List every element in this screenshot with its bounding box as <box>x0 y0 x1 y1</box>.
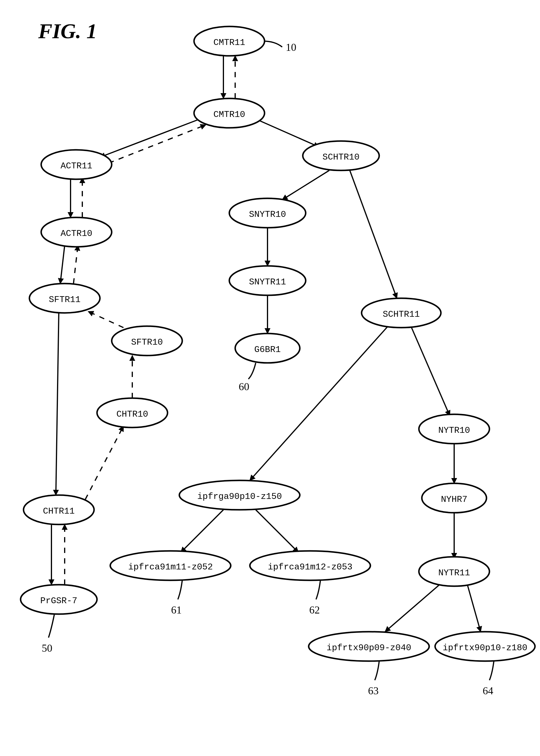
node-snytr11-label: SNYTR11 <box>249 277 286 287</box>
node-z053-label: ipfrca91m12-z053 <box>268 562 352 572</box>
edge-sftr11-chtr11 <box>56 313 59 495</box>
edge-sftr10-sftr11 <box>88 311 123 328</box>
node-nytr11: NYTR11 <box>419 557 489 586</box>
leader-61 <box>178 580 182 599</box>
node-chtr11: CHTR11 <box>24 495 94 524</box>
node-cmtr11: CMTR11 <box>194 27 265 56</box>
ref-60-label: 60 <box>239 381 249 392</box>
edge-schtr11-nytr10 <box>412 328 450 416</box>
leader-50 <box>49 614 55 638</box>
edge-nytr11-z180 <box>468 585 480 632</box>
node-sftr11-label: SFTR11 <box>49 295 80 305</box>
node-snytr11: SNYTR11 <box>229 266 306 295</box>
leader-64 <box>489 661 494 680</box>
node-sftr10-label: SFTR10 <box>131 337 163 347</box>
edge-schtr10-schtr11 <box>350 170 397 298</box>
edge-cmtr10-actr11 <box>100 119 200 157</box>
node-z150: ipfrga90p10-z150 <box>179 481 300 510</box>
node-nytr10-label: NYTR10 <box>438 425 470 435</box>
ref-50-label: 50 <box>42 642 52 654</box>
node-actr11-label: ACTR11 <box>61 161 92 171</box>
edge-chtr11-chtr10 <box>85 426 123 499</box>
edge-schtr10-snytr10 <box>282 170 329 200</box>
node-z150-label: ipfrga90p10-z150 <box>197 491 282 501</box>
node-nytr11-label: NYTR11 <box>438 568 470 578</box>
node-nyhr7-label: NYHR7 <box>441 494 468 504</box>
edge-actr10-sftr11 <box>60 245 65 283</box>
node-schtr10-label: SCHTR10 <box>323 152 359 162</box>
node-nyhr7: NYHR7 <box>422 483 486 513</box>
node-z052-label: ipfrca91m11-z052 <box>128 562 213 572</box>
node-chtr10-label: CHTR10 <box>116 409 148 419</box>
node-cmtr11-label: CMTR11 <box>213 38 245 48</box>
node-z180: ipfrtx90p10-z180 <box>435 632 535 661</box>
ref-64-label: 64 <box>483 685 493 697</box>
node-z180-label: ipfrtx90p10-z180 <box>443 643 527 653</box>
node-g6br1: G6BR1 <box>235 334 300 363</box>
node-cmtr10-label: CMTR10 <box>213 110 245 120</box>
node-z052: ipfrca91m11-z052 <box>110 551 231 580</box>
leader-10 <box>263 41 282 47</box>
node-z040-label: ipfrtx90p09-z040 <box>327 643 411 653</box>
leader-63 <box>375 661 379 680</box>
edge-sftr11-actr10 <box>73 245 78 283</box>
node-z053: ipfrca91m12-z053 <box>250 551 370 580</box>
node-snytr10-label: SNYTR10 <box>249 209 286 219</box>
node-prgsr7: PrGSR-7 <box>21 585 97 614</box>
edge-nytr11-z040 <box>385 585 440 632</box>
figure-title: FIG. 1 <box>38 19 97 43</box>
node-schtr11: SCHTR11 <box>361 298 441 328</box>
node-chtr11-label: CHTR11 <box>43 506 75 516</box>
node-g6br1-label: G6BR1 <box>254 345 281 355</box>
node-sftr10: SFTR10 <box>112 326 182 356</box>
leader-62 <box>316 580 321 599</box>
node-schtr11-label: SCHTR11 <box>383 309 420 319</box>
node-actr11: ACTR11 <box>41 150 112 179</box>
node-actr10: ACTR10 <box>41 217 112 247</box>
node-schtr10: SCHTR10 <box>303 141 379 170</box>
node-actr10-label: ACTR10 <box>61 229 92 239</box>
ref-62-label: 62 <box>309 604 320 616</box>
edge-z150-z053 <box>256 510 298 552</box>
node-snytr10: SNYTR10 <box>229 198 306 228</box>
edge-cmtr10-schtr10 <box>256 119 319 147</box>
node-prgsr7-label: PrGSR-7 <box>40 596 77 606</box>
node-chtr10: CHTR10 <box>97 398 168 427</box>
ref-61-label: 61 <box>171 604 182 616</box>
edge-actr11-cmtr10 <box>109 125 206 163</box>
node-nytr10: NYTR10 <box>419 414 489 444</box>
node-sftr11: SFTR11 <box>29 283 100 313</box>
node-z040: ipfrtx90p09-z040 <box>309 632 429 661</box>
node-cmtr10: CMTR10 <box>194 98 265 128</box>
edge-z150-z052 <box>181 510 223 552</box>
ref-63-label: 63 <box>368 685 379 697</box>
ref-10-label: 10 <box>286 42 296 53</box>
leader-60 <box>248 363 256 379</box>
